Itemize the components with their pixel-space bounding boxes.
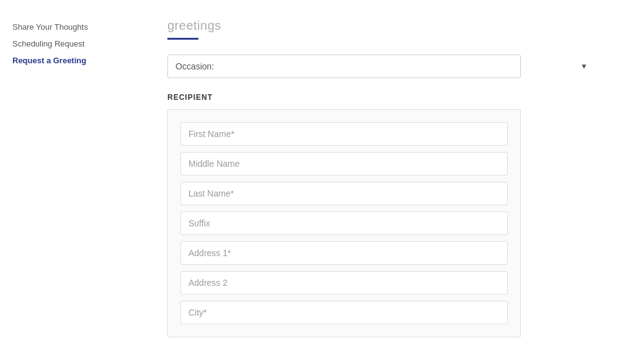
page-title: greetings bbox=[167, 19, 595, 33]
first-name-input[interactable] bbox=[180, 122, 508, 146]
chevron-down-icon: ▼ bbox=[580, 62, 588, 71]
sidebar: Share Your Thoughts Scheduling Request R… bbox=[0, 0, 143, 364]
address-2-input[interactable] bbox=[180, 271, 508, 295]
recipient-section bbox=[167, 109, 521, 337]
app-layout: Share Your Thoughts Scheduling Request R… bbox=[0, 0, 620, 364]
suffix-input[interactable] bbox=[180, 211, 508, 235]
occasion-select-wrapper: Occasion: ▼ bbox=[167, 55, 595, 78]
sidebar-item-request-a-greeting[interactable]: Request a Greeting bbox=[12, 52, 130, 69]
title-underline bbox=[167, 38, 198, 40]
recipient-section-label: RECIPIENT bbox=[167, 93, 595, 102]
main-content: greetings Occasion: ▼ RECIPIENT bbox=[143, 0, 620, 364]
city-input[interactable] bbox=[180, 301, 508, 324]
middle-name-input[interactable] bbox=[180, 152, 508, 175]
last-name-input[interactable] bbox=[180, 182, 508, 205]
sidebar-item-scheduling-request[interactable]: Scheduling Request bbox=[12, 35, 130, 52]
occasion-select[interactable]: Occasion: bbox=[167, 55, 521, 78]
address-1-input[interactable] bbox=[180, 241, 508, 265]
sidebar-item-share-your-thoughts[interactable]: Share Your Thoughts bbox=[12, 19, 130, 35]
